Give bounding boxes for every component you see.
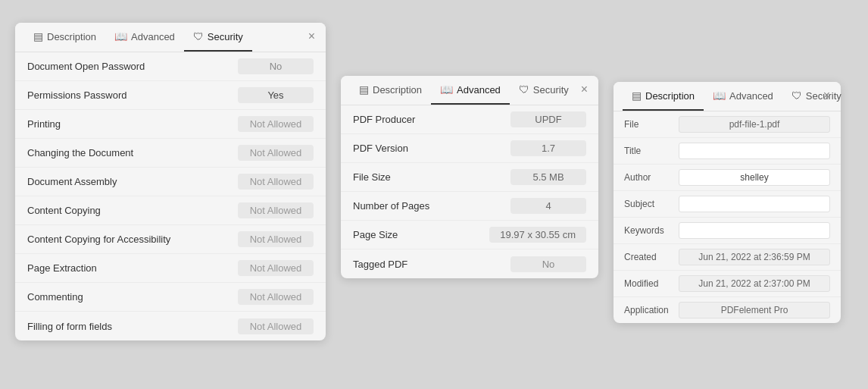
tab-description-3[interactable]: ▤ Description <box>623 82 704 111</box>
field-tagged-pdf: Tagged PDF No <box>341 249 598 278</box>
field-label-num-pages: Number of Pages <box>353 200 510 212</box>
field-form-fields: Filling of form fields Not Allowed <box>15 312 326 340</box>
field-label-content-copying-accessibility: Content Copying for Accessibility <box>27 234 238 245</box>
field-printing: Printing Not Allowed <box>15 110 326 139</box>
field-value-modified: Jun 21, 2022 at 2:37:00 PM <box>679 275 830 292</box>
panel-2-tabs: ▤ Description 📖 Advanced 🛡 Security × <box>341 76 598 105</box>
field-label-author: Author <box>624 172 679 183</box>
field-input-keywords[interactable] <box>679 222 830 239</box>
field-label-permissions-password: Permissions Password <box>27 89 238 101</box>
field-label-page-size: Page Size <box>353 229 489 240</box>
field-label-pdf-version: PDF Version <box>353 143 510 154</box>
field-pdf-producer: PDF Producer UPDF <box>341 105 598 134</box>
field-value-num-pages: 4 <box>510 198 586 214</box>
field-value-pdf-producer: UPDF <box>510 111 586 127</box>
field-doc-open-password: Document Open Password No <box>15 52 326 81</box>
field-commenting: Commenting Not Allowed <box>15 283 326 312</box>
advanced-icon-2: 📖 <box>440 83 453 96</box>
security-icon-2: 🛡 <box>519 83 529 96</box>
field-label-tagged-pdf: Tagged PDF <box>353 259 510 270</box>
tab-description-1[interactable]: ▤ Description <box>24 23 105 52</box>
field-value-page-extraction: Not Allowed <box>238 260 314 276</box>
field-label-application: Application <box>624 305 679 315</box>
field-title: Title <box>614 138 841 165</box>
field-label-keywords: Keywords <box>624 225 679 236</box>
field-label-commenting: Commenting <box>27 291 238 303</box>
field-value-doc-assembly: Not Allowed <box>238 174 314 190</box>
field-content-copying-accessibility: Content Copying for Accessibility Not Al… <box>15 225 326 254</box>
tab-advanced-3[interactable]: 📖 Advanced <box>704 82 782 111</box>
panel-3-body: File pdf-file-1.pdf Title Author Subject… <box>614 111 841 323</box>
field-page-extraction: Page Extraction Not Allowed <box>15 254 326 283</box>
panel-3-tabs: ▤ Description 📖 Advanced 🛡 Security × <box>614 82 841 111</box>
field-label-pdf-producer: PDF Producer <box>353 114 510 125</box>
panel-1-body: Document Open Password No Permissions Pa… <box>15 52 326 340</box>
field-label-changing-doc: Changing the Document <box>27 147 238 158</box>
tab-security-3[interactable]: 🛡 Security <box>782 82 851 111</box>
tab-advanced-1[interactable]: 📖 Advanced <box>105 23 184 52</box>
tab-advanced-label-1: Advanced <box>131 31 175 42</box>
field-label-doc-assembly: Document Assembly <box>27 176 238 187</box>
field-label-page-extraction: Page Extraction <box>27 262 238 274</box>
field-label-created: Created <box>624 252 679 262</box>
close-button-1[interactable]: × <box>305 29 318 44</box>
field-label-printing: Printing <box>27 118 238 130</box>
field-value-permissions-password: Yes <box>238 87 314 103</box>
field-value-tagged-pdf: No <box>510 256 586 272</box>
field-value-changing-doc: Not Allowed <box>238 145 314 161</box>
field-created: Created Jun 21, 2022 at 2:36:59 PM <box>614 244 841 271</box>
field-value-application: PDFelement Pro <box>679 302 830 318</box>
field-value-form-fields: Not Allowed <box>238 318 314 334</box>
field-author: Author <box>614 165 841 191</box>
field-label-doc-open-password: Document Open Password <box>27 61 238 72</box>
tab-description-2[interactable]: ▤ Description <box>350 76 431 105</box>
tab-security-1[interactable]: 🛡 Security <box>184 23 252 52</box>
field-pdf-version: PDF Version 1.7 <box>341 134 598 163</box>
field-changing-doc: Changing the Document Not Allowed <box>15 139 326 168</box>
field-modified: Modified Jun 21, 2022 at 2:37:00 PM <box>614 271 841 297</box>
field-input-subject[interactable] <box>679 196 830 212</box>
advanced-icon-1: 📖 <box>114 30 127 42</box>
field-page-size: Page Size 19.97 x 30.55 cm <box>341 221 598 249</box>
tab-advanced-label-2: Advanced <box>457 84 501 96</box>
panel-description: ▤ Description 📖 Advanced 🛡 Security × Fi… <box>614 82 841 323</box>
field-value-doc-open-password: No <box>238 58 314 74</box>
close-button-2[interactable]: × <box>578 82 591 97</box>
field-keywords: Keywords <box>614 218 841 244</box>
field-value-pdf-version: 1.7 <box>510 140 586 156</box>
field-num-pages: Number of Pages 4 <box>341 192 598 221</box>
field-input-title[interactable] <box>679 143 830 159</box>
field-permissions-password: Permissions Password Yes <box>15 81 326 110</box>
tab-advanced-label-3: Advanced <box>729 90 773 102</box>
tab-security-label-2: Security <box>533 84 569 96</box>
field-label-form-fields: Filling of form fields <box>27 321 238 332</box>
field-file: File pdf-file-1.pdf <box>614 111 841 138</box>
security-icon-3: 🛡 <box>792 89 802 102</box>
advanced-icon-3: 📖 <box>713 89 726 102</box>
field-subject: Subject <box>614 191 841 218</box>
field-application: Application PDFelement Pro <box>614 297 841 323</box>
field-value-commenting: Not Allowed <box>238 289 314 305</box>
tab-advanced-2[interactable]: 📖 Advanced <box>431 76 510 105</box>
field-label-content-copying: Content Copying <box>27 205 238 216</box>
close-button-3[interactable]: × <box>820 88 833 103</box>
panel-security: ▤ Description 📖 Advanced 🛡 Security × Do… <box>15 23 326 340</box>
panel-2-body: PDF Producer UPDF PDF Version 1.7 File S… <box>341 105 598 278</box>
field-label-subject: Subject <box>624 199 679 209</box>
panel-advanced: ▤ Description 📖 Advanced 🛡 Security × PD… <box>341 76 598 278</box>
description-icon-1: ▤ <box>33 30 43 42</box>
field-label-file: File <box>624 119 679 130</box>
field-value-file: pdf-file-1.pdf <box>679 116 830 133</box>
panel-1-tabs: ▤ Description 📖 Advanced 🛡 Security × <box>15 23 326 52</box>
field-value-page-size: 19.97 x 30.55 cm <box>489 227 586 243</box>
field-file-size: File Size 5.5 MB <box>341 163 598 192</box>
description-icon-2: ▤ <box>359 83 369 96</box>
field-value-printing: Not Allowed <box>238 116 314 132</box>
tab-description-label-1: Description <box>47 31 96 42</box>
field-input-author[interactable] <box>679 169 830 186</box>
tab-security-2[interactable]: 🛡 Security <box>510 76 578 105</box>
tab-description-label-2: Description <box>373 84 422 96</box>
field-value-created: Jun 21, 2022 at 2:36:59 PM <box>679 249 830 265</box>
field-label-file-size: File Size <box>353 171 510 183</box>
field-value-content-copying-accessibility: Not Allowed <box>238 231 314 247</box>
